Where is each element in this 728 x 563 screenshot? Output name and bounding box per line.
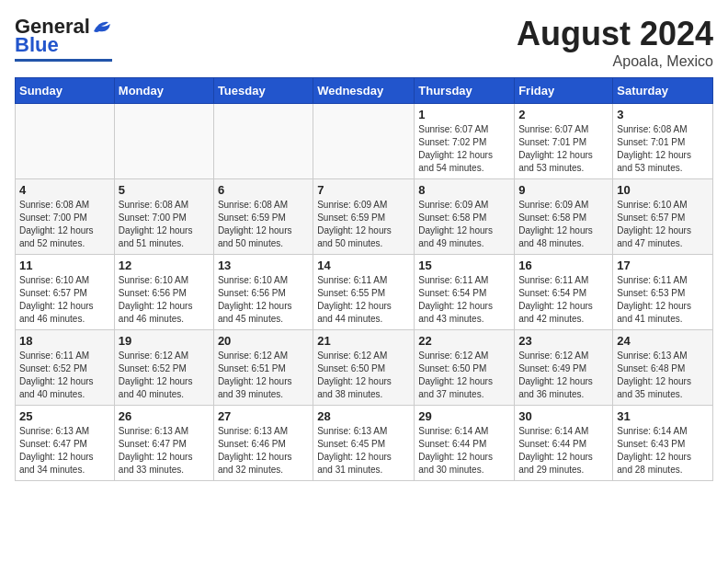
- calendar-cell: 31Sunrise: 6:14 AM Sunset: 6:43 PM Dayli…: [613, 406, 713, 481]
- day-detail: Sunrise: 6:07 AM Sunset: 7:01 PM Dayligh…: [518, 123, 609, 175]
- day-detail: Sunrise: 6:11 AM Sunset: 6:54 PM Dayligh…: [418, 274, 510, 326]
- day-number: 19: [119, 334, 210, 348]
- day-number: 10: [617, 183, 709, 197]
- day-number: 17: [617, 259, 709, 272]
- day-detail: Sunrise: 6:08 AM Sunset: 6:59 PM Dayligh…: [218, 199, 309, 250]
- calendar-body: 1Sunrise: 6:07 AM Sunset: 7:02 PM Daylig…: [16, 104, 713, 481]
- calendar-cell: 9Sunrise: 6:09 AM Sunset: 6:58 PM Daylig…: [515, 179, 613, 255]
- weekday-header-tuesday: Tuesday: [213, 78, 313, 104]
- calendar-week-4: 18Sunrise: 6:11 AM Sunset: 6:52 PM Dayli…: [16, 330, 713, 406]
- calendar-cell: 21Sunrise: 6:12 AM Sunset: 6:50 PM Dayli…: [313, 330, 415, 406]
- calendar-week-3: 11Sunrise: 6:10 AM Sunset: 6:57 PM Dayli…: [16, 255, 713, 330]
- day-number: 7: [317, 183, 410, 197]
- calendar-cell: 1Sunrise: 6:07 AM Sunset: 7:02 PM Daylig…: [415, 104, 515, 179]
- day-detail: Sunrise: 6:08 AM Sunset: 7:01 PM Dayligh…: [617, 123, 709, 175]
- day-number: 11: [19, 259, 110, 272]
- day-detail: Sunrise: 6:08 AM Sunset: 7:00 PM Dayligh…: [19, 199, 110, 250]
- calendar-cell: [313, 104, 415, 179]
- day-number: 9: [518, 183, 609, 197]
- day-number: 22: [418, 334, 510, 348]
- day-detail: Sunrise: 6:10 AM Sunset: 6:56 PM Dayligh…: [119, 274, 210, 326]
- day-number: 30: [518, 409, 609, 423]
- calendar-cell: 7Sunrise: 6:09 AM Sunset: 6:59 PM Daylig…: [313, 179, 415, 255]
- day-detail: Sunrise: 6:07 AM Sunset: 7:02 PM Dayligh…: [418, 123, 510, 175]
- logo-underline: [15, 59, 112, 62]
- calendar-cell: 8Sunrise: 6:09 AM Sunset: 6:58 PM Daylig…: [415, 179, 515, 255]
- calendar-cell: 30Sunrise: 6:14 AM Sunset: 6:44 PM Dayli…: [515, 406, 613, 481]
- calendar-cell: 5Sunrise: 6:08 AM Sunset: 7:00 PM Daylig…: [114, 179, 213, 255]
- calendar-cell: 24Sunrise: 6:13 AM Sunset: 6:48 PM Dayli…: [613, 330, 713, 406]
- day-detail: Sunrise: 6:09 AM Sunset: 6:59 PM Dayligh…: [317, 199, 410, 250]
- day-detail: Sunrise: 6:08 AM Sunset: 7:00 PM Dayligh…: [119, 199, 210, 250]
- day-detail: Sunrise: 6:11 AM Sunset: 6:52 PM Dayligh…: [19, 350, 110, 401]
- weekday-header-friday: Friday: [515, 78, 613, 104]
- calendar-cell: [213, 104, 313, 179]
- calendar-cell: 23Sunrise: 6:12 AM Sunset: 6:49 PM Dayli…: [515, 330, 613, 406]
- calendar-cell: [16, 104, 115, 179]
- calendar-cell: 3Sunrise: 6:08 AM Sunset: 7:01 PM Daylig…: [613, 104, 713, 179]
- day-detail: Sunrise: 6:10 AM Sunset: 6:57 PM Dayligh…: [19, 274, 110, 326]
- title-block: August 2024 Apoala, Mexico: [517, 15, 713, 70]
- day-detail: Sunrise: 6:13 AM Sunset: 6:47 PM Dayligh…: [19, 425, 110, 477]
- calendar-cell: 2Sunrise: 6:07 AM Sunset: 7:01 PM Daylig…: [515, 104, 613, 179]
- weekday-header-thursday: Thursday: [415, 78, 515, 104]
- weekday-header-saturday: Saturday: [613, 78, 713, 104]
- day-number: 16: [518, 259, 609, 272]
- day-number: 24: [617, 334, 709, 348]
- day-number: 13: [218, 259, 309, 272]
- day-number: 25: [19, 409, 110, 423]
- day-number: 2: [518, 108, 609, 121]
- calendar-cell: 28Sunrise: 6:13 AM Sunset: 6:45 PM Dayli…: [313, 406, 415, 481]
- weekday-header-sunday: Sunday: [16, 78, 115, 104]
- day-detail: Sunrise: 6:13 AM Sunset: 6:48 PM Dayligh…: [617, 350, 709, 401]
- day-detail: Sunrise: 6:11 AM Sunset: 6:55 PM Dayligh…: [317, 274, 410, 326]
- day-number: 18: [19, 334, 110, 348]
- calendar-cell: 12Sunrise: 6:10 AM Sunset: 6:56 PM Dayli…: [114, 255, 213, 330]
- subtitle: Apoala, Mexico: [517, 53, 713, 70]
- day-detail: Sunrise: 6:10 AM Sunset: 6:56 PM Dayligh…: [218, 274, 309, 326]
- day-number: 20: [218, 334, 309, 348]
- calendar-cell: 26Sunrise: 6:13 AM Sunset: 6:47 PM Dayli…: [114, 406, 213, 481]
- day-detail: Sunrise: 6:13 AM Sunset: 6:45 PM Dayligh…: [317, 425, 410, 477]
- day-number: 4: [19, 183, 110, 197]
- main-title: August 2024: [517, 15, 713, 53]
- day-detail: Sunrise: 6:14 AM Sunset: 6:44 PM Dayligh…: [518, 425, 609, 477]
- calendar-cell: 25Sunrise: 6:13 AM Sunset: 6:47 PM Dayli…: [16, 406, 115, 481]
- calendar-cell: 20Sunrise: 6:12 AM Sunset: 6:51 PM Dayli…: [213, 330, 313, 406]
- weekday-header-monday: Monday: [114, 78, 213, 104]
- logo-blue: Blue: [15, 33, 59, 57]
- weekday-header-row: SundayMondayTuesdayWednesdayThursdayFrid…: [16, 78, 713, 104]
- day-number: 26: [119, 409, 210, 423]
- calendar-cell: 16Sunrise: 6:11 AM Sunset: 6:54 PM Dayli…: [515, 255, 613, 330]
- day-number: 23: [518, 334, 609, 348]
- day-detail: Sunrise: 6:14 AM Sunset: 6:44 PM Dayligh…: [418, 425, 510, 477]
- logo: General Blue: [15, 15, 112, 62]
- day-detail: Sunrise: 6:11 AM Sunset: 6:53 PM Dayligh…: [617, 274, 709, 326]
- day-detail: Sunrise: 6:12 AM Sunset: 6:51 PM Dayligh…: [218, 350, 309, 401]
- day-detail: Sunrise: 6:12 AM Sunset: 6:50 PM Dayligh…: [418, 350, 510, 401]
- calendar-cell: [114, 104, 213, 179]
- day-detail: Sunrise: 6:10 AM Sunset: 6:57 PM Dayligh…: [617, 199, 709, 250]
- day-number: 1: [418, 108, 510, 121]
- day-number: 6: [218, 183, 309, 197]
- calendar-cell: 18Sunrise: 6:11 AM Sunset: 6:52 PM Dayli…: [16, 330, 115, 406]
- day-number: 29: [418, 409, 510, 423]
- calendar-cell: 6Sunrise: 6:08 AM Sunset: 6:59 PM Daylig…: [213, 179, 313, 255]
- day-detail: Sunrise: 6:12 AM Sunset: 6:52 PM Dayligh…: [119, 350, 210, 401]
- day-number: 31: [617, 409, 709, 423]
- calendar-cell: 15Sunrise: 6:11 AM Sunset: 6:54 PM Dayli…: [415, 255, 515, 330]
- weekday-header-wednesday: Wednesday: [313, 78, 415, 104]
- calendar-cell: 17Sunrise: 6:11 AM Sunset: 6:53 PM Dayli…: [613, 255, 713, 330]
- day-number: 15: [418, 259, 510, 272]
- calendar-week-5: 25Sunrise: 6:13 AM Sunset: 6:47 PM Dayli…: [16, 406, 713, 481]
- day-number: 28: [317, 409, 410, 423]
- day-number: 5: [119, 183, 210, 197]
- day-detail: Sunrise: 6:09 AM Sunset: 6:58 PM Dayligh…: [418, 199, 510, 250]
- day-number: 14: [317, 259, 410, 272]
- logo-bird-icon: [92, 18, 112, 35]
- page-header: General Blue August 2024 Apoala, Mexico: [15, 15, 713, 70]
- calendar-cell: 10Sunrise: 6:10 AM Sunset: 6:57 PM Dayli…: [613, 179, 713, 255]
- calendar-week-1: 1Sunrise: 6:07 AM Sunset: 7:02 PM Daylig…: [16, 104, 713, 179]
- calendar-cell: 4Sunrise: 6:08 AM Sunset: 7:00 PM Daylig…: [16, 179, 115, 255]
- calendar-cell: 27Sunrise: 6:13 AM Sunset: 6:46 PM Dayli…: [213, 406, 313, 481]
